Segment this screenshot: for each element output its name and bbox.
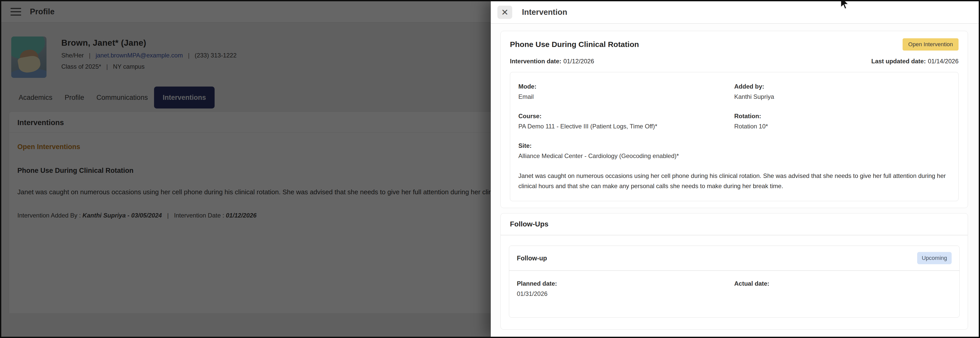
intervention-title: Phone Use During Clinical Rotation xyxy=(510,40,639,49)
field-course: Course: PA Demo 111 - Elective III (Pati… xyxy=(519,113,734,130)
intervention-fields-grid: Mode: Email Added by: Kanthi Supriya Cou… xyxy=(519,83,950,160)
added-by-label: Added by: xyxy=(734,83,950,90)
followups-body: Follow-up Upcoming Planned date: 01/31/2… xyxy=(501,235,968,329)
field-planned-date: Planned date: 01/31/2026 xyxy=(517,280,734,297)
course-label: Course: xyxy=(519,113,734,120)
field-actual-date: Actual date: xyxy=(734,280,951,297)
followup-title: Follow-up xyxy=(517,254,547,262)
rotation-value: Rotation 10* xyxy=(734,123,950,130)
field-mode: Mode: Email xyxy=(519,83,734,100)
planned-date-value: 01/31/2026 xyxy=(517,290,734,297)
panel-header: ✕ Intervention xyxy=(491,1,979,24)
actual-date-label: Actual date: xyxy=(734,280,951,287)
followups-card: Follow-Ups Follow-up Upcoming Planned da… xyxy=(501,213,968,330)
course-value: PA Demo 111 - Elective III (Patient Logs… xyxy=(519,123,734,130)
screenshot-root: Profile Brown, Janet* (Jane) She/Her | j… xyxy=(0,0,980,338)
mouse-cursor-icon xyxy=(839,0,851,12)
followup-item-header: Follow-up Upcoming xyxy=(509,246,959,271)
mode-value: Email xyxy=(519,93,734,100)
intervention-fields-card: Mode: Email Added by: Kanthi Supriya Cou… xyxy=(510,72,959,201)
status-badge-open: Open Intervention xyxy=(903,38,959,51)
mode-label: Mode: xyxy=(519,83,734,90)
intervention-panel: ✕ Intervention Phone Use During Clinical… xyxy=(491,1,979,337)
status-badge-upcoming: Upcoming xyxy=(917,252,951,264)
added-by-value: Kanthi Supriya xyxy=(734,93,950,100)
site-value: Alliance Medical Center - Cardiology (Ge… xyxy=(519,152,734,160)
intervention-date: Intervention date:01/12/2026 xyxy=(510,58,594,65)
panel-title: Intervention xyxy=(522,8,567,17)
intervention-date-label: Intervention date: xyxy=(510,58,561,65)
intervention-description: Janet was caught on numerous occasions u… xyxy=(519,171,948,191)
field-added-by: Added by: Kanthi Supriya xyxy=(734,83,950,100)
intervention-detail-header: Phone Use During Clinical Rotation Open … xyxy=(510,38,959,51)
intervention-date-value: 01/12/2026 xyxy=(563,58,594,65)
field-site: Site: Alliance Medical Center - Cardiolo… xyxy=(519,142,734,160)
site-label: Site: xyxy=(519,142,734,149)
followup-item-card: Follow-up Upcoming Planned date: 01/31/2… xyxy=(509,246,959,317)
last-updated-date: Last updated date:01/14/2026 xyxy=(872,58,959,65)
last-updated-value: 01/14/2026 xyxy=(928,58,959,65)
close-icon[interactable]: ✕ xyxy=(497,6,512,19)
intervention-dates-row: Intervention date:01/12/2026 Last update… xyxy=(510,58,959,65)
panel-body: Phone Use During Clinical Rotation Open … xyxy=(491,24,979,337)
followups-title: Follow-Ups xyxy=(501,213,968,235)
intervention-detail-card: Phone Use During Clinical Rotation Open … xyxy=(501,31,968,208)
field-rotation: Rotation: Rotation 10* xyxy=(734,113,950,130)
rotation-label: Rotation: xyxy=(734,113,950,120)
last-updated-label: Last updated date: xyxy=(872,58,926,65)
followup-item-body: Planned date: 01/31/2026 Actual date: xyxy=(509,271,959,317)
planned-date-label: Planned date: xyxy=(517,280,734,287)
